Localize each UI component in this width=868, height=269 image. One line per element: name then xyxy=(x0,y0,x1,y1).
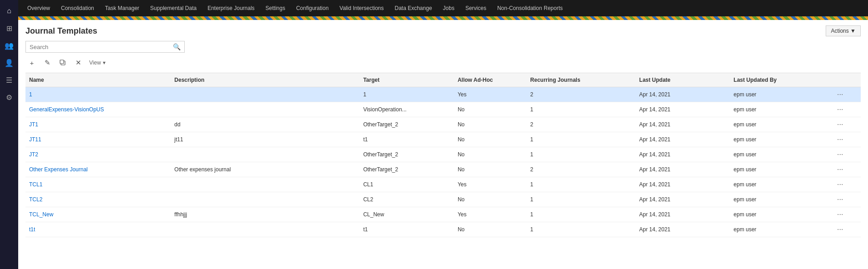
search-icon[interactable]: 🔍 xyxy=(173,43,181,50)
cell-name[interactable]: TCL1 xyxy=(25,177,171,192)
cell-last-update: Apr 14, 2021 xyxy=(636,132,730,147)
actions-button[interactable]: Actions ▼ xyxy=(826,25,861,36)
table-row[interactable]: Other Expenses Journal Other expenses jo… xyxy=(25,162,861,177)
cell-allow-adhoc: No xyxy=(454,132,527,147)
home-icon[interactable]: ⌂ xyxy=(2,4,16,18)
cell-row-actions[interactable]: ··· xyxy=(832,132,861,147)
cell-name[interactable]: JT1 xyxy=(25,117,171,132)
table-row[interactable]: TCL_New ffhhjjj CL_New Yes 1 Apr 14, 202… xyxy=(25,207,861,222)
col-header-allow-adhoc: Allow Ad-Hoc xyxy=(454,73,527,87)
cell-last-update: Apr 14, 2021 xyxy=(636,192,730,207)
nav-item-settings[interactable]: Settings xyxy=(260,0,291,16)
cell-last-updated-by: epm user xyxy=(730,117,832,132)
more-icon[interactable]: ··· xyxy=(835,194,845,204)
person-icon[interactable]: 👤 xyxy=(2,55,16,70)
cell-row-actions[interactable]: ··· xyxy=(832,147,861,162)
table-row[interactable]: JT2 OtherTarget_2 No 1 Apr 14, 2021 epm … xyxy=(25,147,861,162)
cell-last-updated-by: epm user xyxy=(730,147,832,162)
nav-item-data-exchange[interactable]: Data Exchange xyxy=(389,0,438,16)
cell-target: t1 xyxy=(359,132,454,147)
cell-recurring: 1 xyxy=(527,192,636,207)
cell-row-actions[interactable]: ··· xyxy=(832,177,861,192)
cell-allow-adhoc: Yes xyxy=(454,207,527,222)
nav-item-jobs[interactable]: Jobs xyxy=(438,0,460,16)
more-icon[interactable]: ··· xyxy=(835,134,845,144)
cell-name[interactable]: TCL_New xyxy=(25,207,171,222)
top-nav: Overview Consolidation Task Manager Supp… xyxy=(18,0,868,16)
cell-last-updated-by: epm user xyxy=(730,87,832,102)
more-icon[interactable]: ··· xyxy=(835,120,845,129)
cell-row-actions[interactable]: ··· xyxy=(832,102,861,117)
cell-last-update: Apr 14, 2021 xyxy=(636,162,730,177)
cell-description: jt11 xyxy=(171,132,359,147)
cell-row-actions[interactable]: ··· xyxy=(832,87,861,102)
delete-button[interactable]: ✕ xyxy=(72,56,85,69)
cell-row-actions[interactable]: ··· xyxy=(832,192,861,207)
more-icon[interactable]: ··· xyxy=(835,209,845,219)
table-row[interactable]: TCL2 CL2 No 1 Apr 14, 2021 epm user ··· xyxy=(25,192,861,207)
copy-button[interactable] xyxy=(56,56,69,69)
cell-row-actions[interactable]: ··· xyxy=(832,117,861,132)
banner xyxy=(18,16,868,20)
cell-name[interactable]: Other Expenses Journal xyxy=(25,162,171,177)
more-icon[interactable]: ··· xyxy=(835,224,845,234)
nav-item-non-consolidation-reports[interactable]: Non-Consolidation Reports xyxy=(492,0,568,16)
col-header-target: Target xyxy=(359,73,454,87)
cell-allow-adhoc: No xyxy=(454,192,527,207)
col-header-description: Description xyxy=(171,73,359,87)
table-row[interactable]: JT1 dd OtherTarget_2 No 2 Apr 14, 2021 e… xyxy=(25,117,861,132)
table-row[interactable]: GeneralExpenses-VisionOpUS VisionOperati… xyxy=(25,102,861,117)
cell-name[interactable]: t1t xyxy=(25,222,171,237)
cell-allow-adhoc: Yes xyxy=(454,87,527,102)
more-icon[interactable]: ··· xyxy=(835,164,845,174)
more-icon[interactable]: ··· xyxy=(835,90,845,99)
cell-row-actions[interactable]: ··· xyxy=(832,162,861,177)
copy-icon xyxy=(60,60,66,66)
cell-last-update: Apr 14, 2021 xyxy=(636,207,730,222)
nav-item-services[interactable]: Services xyxy=(460,0,492,16)
user-group-icon[interactable]: 👥 xyxy=(2,38,16,53)
main-area: Overview Consolidation Task Manager Supp… xyxy=(18,0,868,269)
nav-item-configuration[interactable]: Configuration xyxy=(291,0,334,16)
view-dropdown[interactable]: View ▾ xyxy=(87,60,107,66)
col-header-recurring: Recurring Journals xyxy=(527,73,636,87)
table-row[interactable]: t1t t1 No 1 Apr 14, 2021 epm user ··· xyxy=(25,222,861,237)
nav-item-task-manager[interactable]: Task Manager xyxy=(100,0,145,16)
nav-item-consolidation[interactable]: Consolidation xyxy=(56,0,100,16)
nav-item-enterprise-journals[interactable]: Enterprise Journals xyxy=(202,0,260,16)
add-button[interactable]: + xyxy=(25,56,38,69)
cell-name[interactable]: TCL2 xyxy=(25,192,171,207)
more-icon[interactable]: ··· xyxy=(835,149,845,159)
settings-icon[interactable]: ⚙ xyxy=(2,90,16,105)
edit-button[interactable]: ✎ xyxy=(41,56,54,69)
search-input[interactable] xyxy=(30,44,173,50)
cell-recurring: 1 xyxy=(527,132,636,147)
cell-last-updated-by: epm user xyxy=(730,102,832,117)
cell-name[interactable]: GeneralExpenses-VisionOpUS xyxy=(25,102,171,117)
more-icon[interactable]: ··· xyxy=(835,105,845,114)
list-icon[interactable]: ☰ xyxy=(2,73,16,87)
cell-name[interactable]: JT2 xyxy=(25,147,171,162)
table-container: Name Description Target Allow Ad-Hoc Rec… xyxy=(25,73,861,269)
col-header-last-update: Last Update xyxy=(636,73,730,87)
view-chevron-icon: ▾ xyxy=(103,60,106,66)
cell-row-actions[interactable]: ··· xyxy=(832,222,861,237)
toolbar: + ✎ ✕ View ▾ xyxy=(25,56,861,69)
table-row[interactable]: 1 1 Yes 2 Apr 14, 2021 epm user ··· xyxy=(25,87,861,102)
nav-item-valid-intersections[interactable]: Valid Intersections xyxy=(334,0,389,16)
cell-name[interactable]: JT11 xyxy=(25,132,171,147)
table-header-row: Name Description Target Allow Ad-Hoc Rec… xyxy=(25,73,861,87)
cell-row-actions[interactable]: ··· xyxy=(832,207,861,222)
nav-item-supplemental-data[interactable]: Supplemental Data xyxy=(145,0,202,16)
nav-item-overview[interactable]: Overview xyxy=(22,0,56,16)
cell-name[interactable]: 1 xyxy=(25,87,171,102)
sidebar: ⌂ ⊞ 👥 👤 ☰ ⚙ xyxy=(0,0,18,269)
cell-target: 1 xyxy=(359,87,454,102)
more-icon[interactable]: ··· xyxy=(835,179,845,189)
svg-rect-1 xyxy=(60,60,64,64)
table-row[interactable]: JT11 jt11 t1 No 1 Apr 14, 2021 epm user … xyxy=(25,132,861,147)
cell-last-updated-by: epm user xyxy=(730,177,832,192)
grid-icon[interactable]: ⊞ xyxy=(2,21,16,35)
table-row[interactable]: TCL1 CL1 Yes 1 Apr 14, 2021 epm user ··· xyxy=(25,177,861,192)
cell-allow-adhoc: No xyxy=(454,102,527,117)
